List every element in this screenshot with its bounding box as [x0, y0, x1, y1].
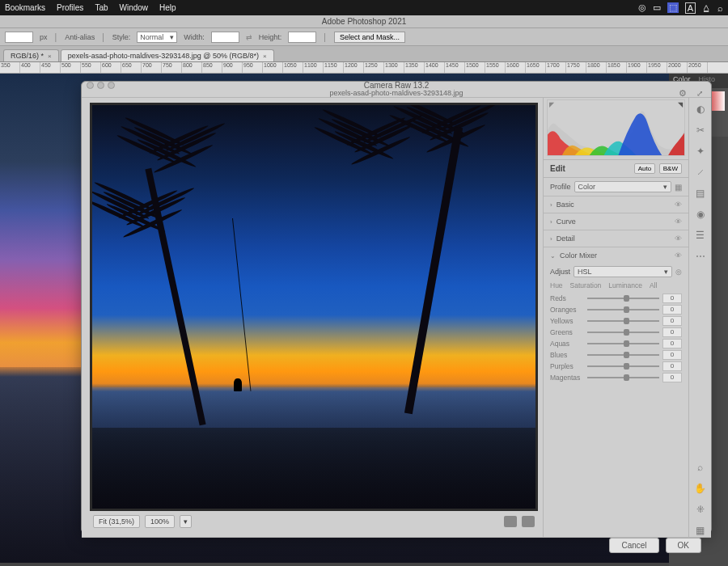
- profile-select[interactable]: Color▾: [574, 181, 671, 192]
- target-adjust-icon[interactable]: ◎: [675, 268, 682, 276]
- ruler-tick: 850: [202, 62, 222, 73]
- zoom-fit-button[interactable]: Fit (31,5%): [93, 515, 140, 528]
- before-after-icon[interactable]: [504, 516, 517, 527]
- detail-section[interactable]: › Detail 👁: [544, 230, 688, 247]
- edit-panel: ◤ ◥ Edit Auto B&W Profile Color▾ ▦ › Bas…: [543, 98, 688, 537]
- style-select[interactable]: Normal▾: [137, 32, 177, 43]
- redeye-tool-icon[interactable]: ◉: [694, 208, 707, 221]
- swap-icon[interactable]: ⇄: [246, 33, 252, 41]
- greens-slider[interactable]: Greens 0: [544, 327, 688, 338]
- height-field[interactable]: [288, 32, 316, 43]
- dialog-footer: Cancel OK: [82, 537, 711, 553]
- preset-tool-icon[interactable]: ☰: [694, 229, 707, 242]
- ok-button[interactable]: OK: [666, 538, 701, 553]
- ruler-tick: 450: [40, 62, 61, 73]
- options-bar: px │ Anti-alias │ Style: Normal▾ Width: …: [0, 28, 728, 46]
- close-icon[interactable]: ×: [263, 53, 267, 60]
- highlight-clip-icon[interactable]: ◥: [678, 101, 683, 108]
- cancel-button[interactable]: Cancel: [609, 538, 658, 553]
- yellows-slider[interactable]: Yellows 0: [544, 315, 688, 327]
- document-tab-1[interactable]: RGB/16) * ×: [3, 49, 59, 61]
- eye-icon[interactable]: 👁: [675, 251, 682, 260]
- menu-tab[interactable]: Tab: [95, 3, 108, 12]
- cc-icon[interactable]: ◎: [638, 2, 646, 13]
- chevron-right-icon: ›: [550, 235, 552, 243]
- compare-icon[interactable]: [522, 516, 535, 527]
- auto-button[interactable]: Auto: [634, 163, 655, 174]
- eye-icon[interactable]: 👁: [675, 234, 682, 243]
- menu-profiles[interactable]: Profiles: [57, 3, 83, 12]
- expand-icon[interactable]: ⤢: [696, 89, 703, 98]
- ruler-tick: 1200: [344, 62, 364, 73]
- ruler-tick: 1750: [566, 62, 586, 73]
- edit-tool-icon[interactable]: ◐: [694, 103, 707, 116]
- bw-button[interactable]: B&W: [659, 163, 682, 174]
- shadow-clip-icon[interactable]: ◤: [549, 101, 554, 108]
- search-icon[interactable]: ⌕: [717, 3, 723, 13]
- adjust-select[interactable]: HSL▾: [574, 266, 672, 277]
- camera-raw-dialog: Camera Raw 13.2 pexels-asad-photo-maldiv…: [81, 81, 712, 534]
- wifi-icon[interactable]: ⩠: [702, 3, 711, 13]
- basic-section[interactable]: › Basic 👁: [544, 196, 688, 213]
- ruler-tick: 2050: [688, 62, 708, 73]
- chevron-down-icon: ⌄: [550, 252, 556, 260]
- document-tab-2[interactable]: pexels-asad-photo-maldives-3293148.jpg @…: [61, 49, 274, 61]
- eye-icon[interactable]: 👁: [675, 218, 682, 226]
- document-tabs: RGB/16) * × pexels-asad-photo-maldives-3…: [0, 46, 728, 62]
- menu-window[interactable]: Window: [120, 3, 149, 12]
- ruler-tick: 2000: [667, 62, 688, 73]
- purples-slider[interactable]: Purples 0: [544, 361, 688, 372]
- blues-slider[interactable]: Blues 0: [544, 349, 688, 361]
- dialog-titlebar[interactable]: Camera Raw 13.2: [82, 82, 711, 89]
- tab-label: RGB/16) *: [11, 52, 44, 60]
- ruler-tick: 1950: [647, 62, 667, 73]
- zoom-dropdown[interactable]: ▾: [180, 515, 192, 528]
- ruler-tick: 650: [121, 62, 142, 73]
- menu-bookmarks[interactable]: Bookmarks: [5, 3, 45, 12]
- close-icon[interactable]: ×: [48, 53, 52, 60]
- height-label: Height:: [259, 33, 282, 41]
- oranges-slider[interactable]: Oranges 0: [544, 304, 688, 315]
- heal-tool-icon[interactable]: ✦: [694, 145, 707, 158]
- select-and-mask-button[interactable]: Select and Mask...: [334, 32, 405, 43]
- all-tab[interactable]: All: [650, 281, 657, 289]
- chevron-right-icon: ›: [550, 218, 552, 226]
- display-icon[interactable]: ▭: [653, 2, 661, 13]
- more-tool-icon[interactable]: ⋯: [694, 250, 707, 263]
- horizontal-ruler: 3504004505005506006507007508008509009501…: [0, 62, 728, 74]
- luminance-tab[interactable]: Luminance: [608, 281, 642, 289]
- curve-section[interactable]: › Curve 👁: [544, 213, 688, 230]
- crop-tool-icon[interactable]: ✂: [694, 124, 707, 137]
- profile-label: Profile: [550, 183, 571, 191]
- zoom-100-button[interactable]: 100%: [145, 515, 175, 528]
- width-field[interactable]: [211, 32, 239, 43]
- histogram[interactable]: ◤ ◥: [547, 99, 685, 156]
- unit-field[interactable]: [5, 32, 33, 43]
- profile-browse-icon[interactable]: ▦: [675, 183, 682, 192]
- camera-raw-tool-strip: ◐ ✂ ✦ ⟋ ▤ ◉ ☰ ⋯ ⌕ ✋ ⁜ ▦: [688, 98, 711, 537]
- eye-icon[interactable]: 👁: [675, 201, 682, 209]
- grid-tool-icon[interactable]: ▦: [694, 524, 707, 537]
- anti-alias-checkbox[interactable]: Anti-alias: [65, 33, 95, 41]
- saturation-tab[interactable]: Saturation: [570, 281, 602, 289]
- magentas-slider[interactable]: Magentas 0: [544, 372, 688, 383]
- ruler-tick: 700: [142, 62, 162, 73]
- menu-help[interactable]: Help: [159, 3, 176, 12]
- accessibility-icon[interactable]: A: [685, 2, 696, 14]
- sampler-tool-icon[interactable]: ⁜: [694, 503, 707, 516]
- adjust-label: Adjust: [550, 268, 570, 276]
- filename-label: pexels-asad-photo-maldives-3293148.jpg: [329, 89, 463, 97]
- hue-tab[interactable]: Hue: [550, 281, 563, 289]
- aquas-slider[interactable]: Aquas 0: [544, 338, 688, 349]
- hand-tool-icon[interactable]: ✋: [694, 482, 707, 495]
- reds-slider[interactable]: Reds 0: [544, 293, 688, 304]
- app-switch-icon[interactable]: ⬚: [667, 2, 679, 13]
- gradient-tool-icon[interactable]: ▤: [694, 187, 707, 200]
- zoom-tool-icon[interactable]: ⌕: [694, 461, 707, 474]
- color-mixer-section[interactable]: ⌄ Color Mixer 👁: [544, 247, 688, 264]
- app-titlebar: Adobe Photoshop 2021: [0, 15, 728, 28]
- preview-image[interactable]: [92, 105, 535, 509]
- brush-tool-icon[interactable]: ⟋: [694, 166, 707, 179]
- gear-icon[interactable]: ⚙: [679, 88, 687, 99]
- ruler-tick: 1450: [445, 62, 465, 73]
